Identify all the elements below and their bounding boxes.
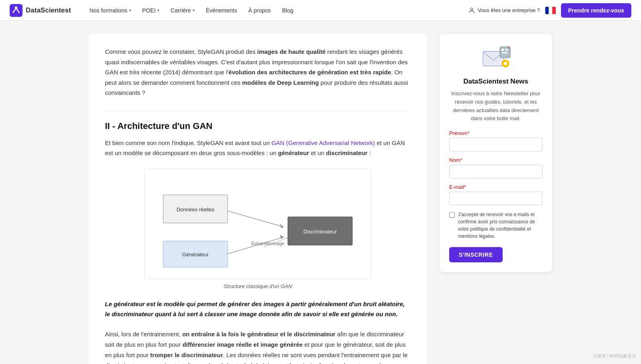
newsletter-title: DataScientest News <box>449 78 542 86</box>
diagram-caption: Structure classique d'un GAN <box>224 283 292 289</box>
svg-point-2 <box>470 8 473 10</box>
prendre-rdv-button[interactable]: Prendre rendez-vous <box>561 3 631 18</box>
nav-carriere[interactable]: Carrière ▾ <box>165 0 200 21</box>
svg-point-1 <box>15 6 17 9</box>
nav-blog[interactable]: Blog <box>277 0 299 21</box>
svg-text:Echantillonnage: Echantillonnage <box>251 241 284 246</box>
svg-rect-5 <box>552 7 556 14</box>
prenom-label: Prénom* <box>449 130 542 136</box>
svg-rect-4 <box>549 7 552 14</box>
svg-text:Données réelles: Données réelles <box>177 207 214 213</box>
gan-blockquote: Le générateur est le modèle qui permet d… <box>105 299 411 319</box>
svg-rect-3 <box>545 7 549 14</box>
svg-point-22 <box>501 49 504 51</box>
main-content: Comme vous pouvez le constater, StyleGAN… <box>89 34 427 364</box>
consent-checkbox-row: J'accepte de recevoir vos e-mails et con… <box>449 211 542 240</box>
svg-text:Générateur: Générateur <box>182 252 209 258</box>
svg-rect-0 <box>10 4 23 17</box>
form-field-prenom: Prénom* <box>449 130 542 151</box>
section-title: II - Architecture d'un GAN <box>105 111 411 131</box>
nom-input[interactable] <box>449 165 542 178</box>
chevron-down-icon: ▾ <box>129 8 131 12</box>
logo[interactable]: DataScientest <box>10 4 71 17</box>
svg-line-10 <box>228 211 284 227</box>
enterprise-link[interactable]: Vous êtes une entreprise ? <box>468 7 540 14</box>
navigation: DataScientest Nos formations ▾ POEI ▾ Ca… <box>0 0 641 21</box>
nav-nos-formations[interactable]: Nos formations ▾ <box>84 0 136 21</box>
nav-poei[interactable]: POEI ▾ <box>137 0 165 21</box>
svg-marker-11 <box>280 224 284 228</box>
svg-point-26 <box>504 62 507 65</box>
svg-rect-24 <box>502 52 507 53</box>
email-input[interactable] <box>449 192 542 205</box>
nav-right: Vous êtes une entreprise ? Prendre rende… <box>468 3 631 18</box>
diagram-container: Données réelles Générateur Echantillonna… <box>105 168 411 289</box>
consent-checkbox[interactable] <box>449 212 455 218</box>
intro-paragraph: Comme vous pouvez le constater, StyleGAN… <box>105 47 411 98</box>
form-field-email: E-mail* <box>449 184 542 205</box>
newsletter-desc: Inscrivez-vous à notre Newsletter pour r… <box>449 90 542 123</box>
nav-links: Nos formations ▾ POEI ▾ Carrière ▾ Événe… <box>84 0 468 21</box>
france-flag-icon <box>545 7 556 14</box>
gan-link[interactable]: GAN (Generative Adversarial Network) <box>271 139 375 146</box>
section-intro: Et bien comme son nom l'indique, StyleGA… <box>105 138 411 158</box>
enterprise-icon <box>468 7 475 14</box>
chevron-down-icon: ▾ <box>157 8 159 12</box>
chevron-down-icon: ▾ <box>193 8 195 12</box>
svg-marker-13 <box>280 235 284 239</box>
newsletter-illustration: ✕ <box>480 43 512 72</box>
inscrire-button[interactable]: S'INSCRIRE <box>449 247 503 262</box>
nom-label: Nom* <box>449 157 542 163</box>
prenom-input[interactable] <box>449 138 542 151</box>
watermark: 刃易号 | 时尚玩家岳可 <box>593 353 636 359</box>
body-paragraph: Ainsi, lors de l'entrainement, on entraî… <box>105 329 411 364</box>
consent-label: J'accepte de recevoir vos e-mails et con… <box>458 211 542 240</box>
sidebar: ✕ DataScientest News Inscrivez-vous à no… <box>440 34 552 272</box>
newsletter-card: ✕ DataScientest News Inscrivez-vous à no… <box>440 34 552 272</box>
svg-text:Discriminateur: Discriminateur <box>303 229 337 235</box>
newsletter-icon: ✕ <box>449 43 542 73</box>
page-layout: Comme vous pouvez le constater, StyleGAN… <box>79 21 562 364</box>
email-label: E-mail* <box>449 184 542 190</box>
logo-icon <box>10 4 23 17</box>
nav-apropos[interactable]: À propos <box>242 0 276 21</box>
language-flag[interactable] <box>545 6 556 14</box>
diagram-svg: Données réelles Générateur Echantillonna… <box>144 168 371 279</box>
nav-evenements[interactable]: Événements <box>200 0 243 21</box>
svg-text:✕: ✕ <box>507 45 510 50</box>
form-field-nom: Nom* <box>449 157 542 178</box>
